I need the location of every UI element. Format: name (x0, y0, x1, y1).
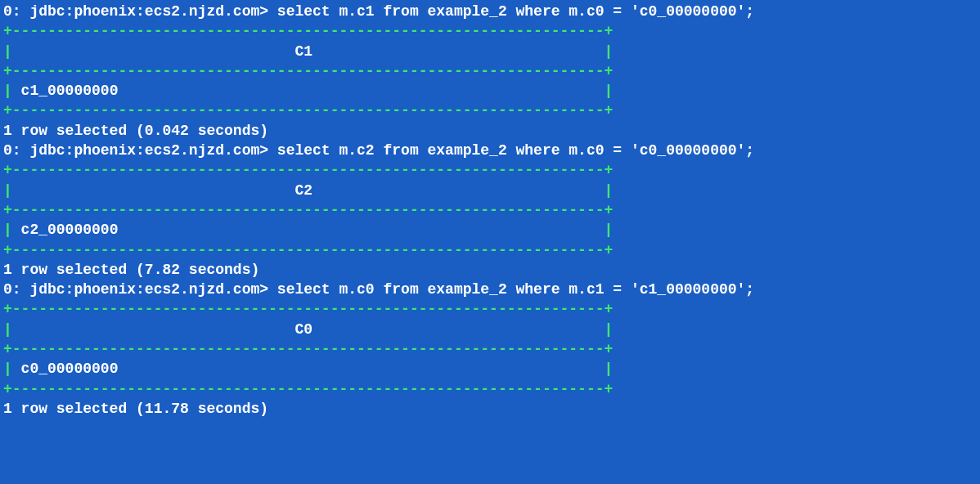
table-border-bottom: +---------------------------------------… (3, 101, 977, 120)
table-column-header: C2 (294, 182, 312, 199)
table-header-pad (312, 182, 604, 199)
table-border-bottom: +---------------------------------------… (3, 240, 977, 260)
table-header-pad (12, 321, 295, 338)
sql-prompt-line: 0: jdbc:phoenix:ecs2.njzd.com> select m.… (3, 141, 977, 160)
table-border-mid: +---------------------------------------… (3, 61, 977, 81)
table-pipe: | (605, 182, 614, 199)
table-header-pad (312, 321, 604, 338)
table-header-pad (312, 43, 604, 60)
query-status: 1 row selected (11.78 seconds) (3, 399, 977, 419)
query-status: 1 row selected (7.82 seconds) (3, 260, 977, 280)
table-header-row: | C0 | (3, 320, 977, 339)
table-cell-value: c1_00000000 (12, 83, 605, 99)
table-border-mid: +---------------------------------------… (3, 339, 977, 359)
table-pipe: | (605, 321, 614, 338)
table-pipe: | (605, 83, 614, 99)
table-data-row: | c2_00000000 | (3, 220, 977, 240)
table-pipe: | (605, 43, 614, 60)
table-header-pad (12, 182, 295, 199)
table-cell-value: c2_00000000 (12, 222, 605, 238)
table-pipe: | (3, 83, 12, 99)
table-border-top: +---------------------------------------… (3, 160, 977, 180)
table-header-row: | C2 | (3, 181, 977, 200)
table-pipe: | (3, 321, 12, 338)
table-pipe: | (3, 43, 12, 60)
table-header-pad (12, 43, 295, 60)
table-border-top: +---------------------------------------… (3, 299, 977, 319)
table-pipe: | (3, 222, 12, 238)
table-pipe: | (3, 361, 12, 377)
table-pipe: | (605, 361, 614, 377)
table-border-top: +---------------------------------------… (3, 21, 977, 41)
table-data-row: | c1_00000000 | (3, 81, 977, 101)
terminal-output: 0: jdbc:phoenix:ecs2.njzd.com> select m.… (3, 2, 977, 419)
table-border-bottom: +---------------------------------------… (3, 379, 977, 399)
table-header-row: | C1 | (3, 42, 977, 61)
table-column-header: C0 (294, 321, 312, 338)
table-cell-value: c0_00000000 (12, 361, 605, 377)
sql-prompt-line: 0: jdbc:phoenix:ecs2.njzd.com> select m.… (3, 2, 977, 21)
query-status: 1 row selected (0.042 seconds) (3, 121, 977, 141)
table-column-header: C1 (294, 43, 312, 60)
table-pipe: | (605, 222, 614, 238)
table-border-mid: +---------------------------------------… (3, 200, 977, 220)
table-pipe: | (3, 182, 12, 199)
sql-prompt-line: 0: jdbc:phoenix:ecs2.njzd.com> select m.… (3, 280, 977, 299)
table-data-row: | c0_00000000 | (3, 359, 977, 379)
